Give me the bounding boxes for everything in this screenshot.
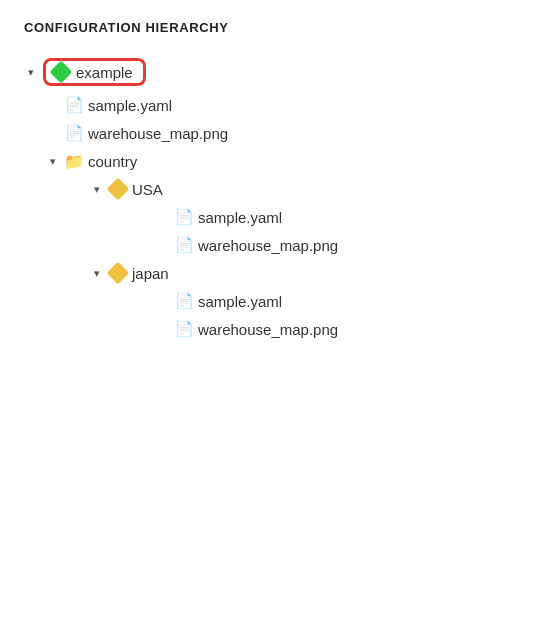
- tag-yellow-japan-icon: [109, 264, 127, 282]
- usa-warehouse-label: warehouse_map.png: [198, 237, 338, 254]
- usa-children: 📄 sample.yaml 📄: [90, 203, 531, 259]
- file-shape: 📄: [175, 320, 194, 338]
- section-title: CONFIGURATION HIERARCHY: [24, 20, 531, 35]
- file-shape: 📄: [175, 292, 194, 310]
- tag-yellow-japan-shape: [107, 262, 130, 285]
- tree-node-example: example 📄 sample.yaml: [24, 53, 531, 343]
- country-label: country: [88, 153, 137, 170]
- tag-yellow-usa-icon: [109, 180, 127, 198]
- japan-sample-label: sample.yaml: [198, 293, 282, 310]
- tag-yellow-usa-shape: [107, 178, 130, 201]
- tree-node-usa-sample: 📄 sample.yaml: [90, 203, 531, 231]
- tree-node-japan-sample: 📄 sample.yaml: [90, 287, 531, 315]
- tree-row-sample-yaml-root[interactable]: 📄 sample.yaml: [46, 91, 531, 119]
- page-container: CONFIGURATION HIERARCHY example: [24, 20, 531, 343]
- tree-row-country[interactable]: 📁 country: [46, 147, 531, 175]
- tree-row-usa-sample[interactable]: 📄 sample.yaml: [156, 203, 531, 231]
- tree-row-warehouse-root[interactable]: 📄 warehouse_map.png: [46, 119, 531, 147]
- tree-row-japan-sample[interactable]: 📄 sample.yaml: [156, 287, 531, 315]
- tree-node-usa: USA 📄 sample.yaml: [46, 175, 531, 259]
- chevron-usa[interactable]: [90, 182, 104, 196]
- file-icon-warehouse: 📄: [65, 124, 83, 142]
- file-icon-usa-sample: 📄: [175, 208, 193, 226]
- file-shape: 📄: [175, 208, 194, 226]
- warehouse-root-label: warehouse_map.png: [88, 125, 228, 142]
- tag-green-shape: [50, 61, 73, 84]
- file-icon-usa-warehouse: 📄: [175, 236, 193, 254]
- usa-label: USA: [132, 181, 163, 198]
- file-icon: 📄: [65, 96, 83, 114]
- usa-sample-label: sample.yaml: [198, 209, 282, 226]
- file-icon-japan-warehouse: 📄: [175, 320, 193, 338]
- folder-shape: 📁: [64, 152, 84, 171]
- file-shape: 📄: [65, 96, 84, 114]
- chevron-japan[interactable]: [90, 266, 104, 280]
- japan-children: 📄 sample.yaml 📄: [90, 287, 531, 343]
- tree-node-warehouse-root: 📄 warehouse_map.png: [24, 119, 531, 147]
- file-icon-japan-sample: 📄: [175, 292, 193, 310]
- sample-yaml-root-label: sample.yaml: [88, 97, 172, 114]
- tree-node-country: 📁 country USA: [24, 147, 531, 343]
- japan-warehouse-label: warehouse_map.png: [198, 321, 338, 338]
- example-label: example: [76, 64, 133, 81]
- file-shape: 📄: [175, 236, 194, 254]
- tree-root: example 📄 sample.yaml: [24, 53, 531, 343]
- japan-label: japan: [132, 265, 169, 282]
- example-children: 📄 sample.yaml 📄 warehouse_map.png: [24, 91, 531, 343]
- chevron-example[interactable]: [24, 65, 38, 79]
- chevron-country[interactable]: [46, 154, 60, 168]
- folder-icon: 📁: [65, 152, 83, 170]
- tree-row-usa[interactable]: USA: [90, 175, 531, 203]
- file-shape: 📄: [65, 124, 84, 142]
- tree-row-usa-warehouse[interactable]: 📄 warehouse_map.png: [156, 231, 531, 259]
- tag-green-icon: [52, 63, 70, 81]
- tree-row-japan-warehouse[interactable]: 📄 warehouse_map.png: [156, 315, 531, 343]
- tree-row-example[interactable]: example: [24, 53, 531, 91]
- tree-node-japan: japan 📄 sample.yaml: [46, 259, 531, 343]
- tree-node-sample-yaml-root: 📄 sample.yaml: [24, 91, 531, 119]
- example-highlight: example: [43, 58, 146, 86]
- tree-row-japan[interactable]: japan: [90, 259, 531, 287]
- tree-node-japan-warehouse: 📄 warehouse_map.png: [90, 315, 531, 343]
- country-children: USA 📄 sample.yaml: [46, 175, 531, 343]
- tree-node-usa-warehouse: 📄 warehouse_map.png: [90, 231, 531, 259]
